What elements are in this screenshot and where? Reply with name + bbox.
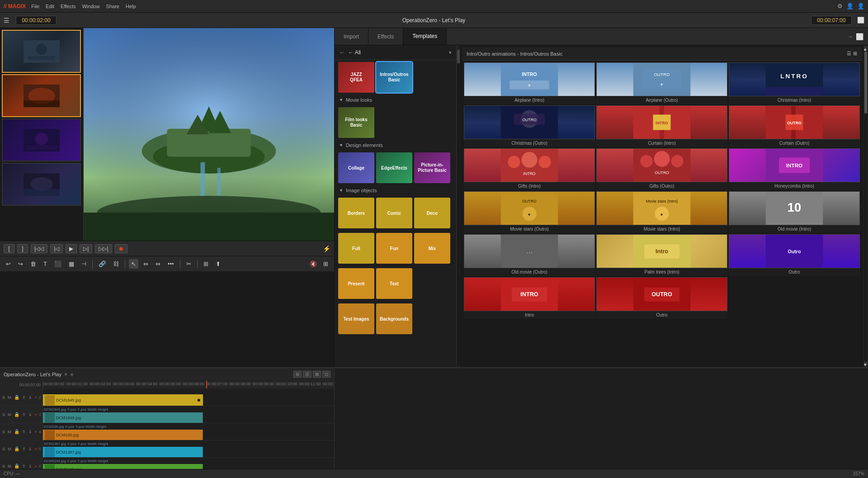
- track-5-close-btn[interactable]: ×: [34, 464, 38, 469]
- template-honeycombs-intro[interactable]: INTRO Honeycombs (Intro): [729, 148, 860, 190]
- tool-import[interactable]: ⊞: [201, 259, 211, 269]
- menu-file[interactable]: File: [31, 4, 39, 9]
- btn-prev-mark[interactable]: |◁: [50, 244, 63, 253]
- menu-edit[interactable]: Edit: [46, 4, 54, 9]
- template-palmtrees-intro[interactable]: Intro Palm trees (Intro): [596, 234, 727, 276]
- template-gifts-intro[interactable]: INTRO Gifts (Intro): [464, 148, 595, 190]
- nav-tile-mix[interactable]: Mix: [414, 233, 450, 264]
- track-2-s-btn[interactable]: S: [1, 412, 6, 417]
- tl-view-btn-3[interactable]: ⊠: [313, 371, 321, 378]
- scroll-thumb[interactable]: [864, 52, 867, 114]
- nav-tile-deco[interactable]: Deco: [414, 198, 450, 228]
- tool-mute[interactable]: 🔇: [307, 259, 319, 269]
- track-2-close-btn[interactable]: ×: [34, 412, 38, 417]
- nav-tile-backgrounds[interactable]: Backgrounds: [376, 303, 412, 334]
- tab-effects[interactable]: Effects: [368, 28, 403, 45]
- track-1-m-btn[interactable]: M: [7, 395, 12, 400]
- track-5-lock-icon[interactable]: 🔒: [13, 463, 20, 469]
- nav-tile-comic[interactable]: Comic: [376, 198, 412, 228]
- template-gifts-outro[interactable]: OUTRO Gifts (Outro): [596, 148, 727, 190]
- tool-export[interactable]: ⬆: [213, 259, 223, 269]
- track-1-clip[interactable]: DCM1845.jpg: [43, 394, 203, 406]
- nav-tile-pip[interactable]: Picture-in-Picture Basic: [414, 152, 450, 183]
- timecode-right[interactable]: 00:00:07:00: [811, 16, 852, 25]
- track-4-lock-icon[interactable]: 🔒: [13, 446, 20, 452]
- tool-group[interactable]: ▦: [66, 259, 76, 269]
- thumb-4[interactable]: [2, 163, 81, 206]
- timeline-close-btn[interactable]: ×: [64, 371, 67, 378]
- btn-play[interactable]: ▶: [66, 244, 77, 253]
- scroll-up-btn[interactable]: ▴: [864, 46, 868, 51]
- template-curtain-intro[interactable]: INTRO Curtain (Intro): [596, 105, 727, 147]
- track-1-down-btn[interactable]: ⇓: [28, 395, 33, 400]
- tool-split[interactable]: ⬛: [52, 259, 64, 269]
- track-3-close-btn[interactable]: ×: [34, 429, 38, 435]
- nav-tile-full[interactable]: Full: [338, 233, 374, 264]
- tool-marker[interactable]: T: [41, 259, 49, 269]
- section-design-elements[interactable]: ▼ Design elements: [335, 140, 456, 151]
- track-4-up-btn[interactable]: ⇑: [21, 446, 27, 452]
- thumb-3[interactable]: [2, 118, 81, 161]
- tl-view-btn-1[interactable]: ⊞: [293, 371, 302, 378]
- tool-zoom[interactable]: ⇔: [153, 259, 163, 269]
- tool-delete[interactable]: 🗑: [28, 259, 38, 269]
- template-christmas-intro[interactable]: LNTRO Christmas (Intro): [729, 62, 860, 104]
- timecode-left[interactable]: 00:00:02:00: [16, 16, 57, 25]
- track-4-down-btn[interactable]: ⇓: [28, 446, 33, 452]
- tool-trim[interactable]: ⊣: [79, 259, 89, 269]
- section-movie-looks[interactable]: ▼ Movie looks: [335, 95, 456, 105]
- panel-expand-btn[interactable]: ⬜: [855, 32, 864, 41]
- track-3-down-btn[interactable]: ⇓: [28, 429, 33, 435]
- nav-tile-intros-basic[interactable]: Intros/OutrosBasic: [376, 62, 412, 93]
- menu-share[interactable]: Share: [106, 4, 119, 9]
- track-4-clip[interactable]: DCM1387.jpg: [43, 447, 203, 457]
- back-btn[interactable]: ←: [339, 49, 345, 56]
- track-4-m-btn[interactable]: M: [7, 446, 12, 452]
- btn-to-start[interactable]: |◁◁: [31, 244, 47, 253]
- expand-btn[interactable]: ⬜: [857, 17, 864, 24]
- track-3-s-btn[interactable]: S: [1, 429, 6, 435]
- nav-tile-fun[interactable]: Fun: [376, 233, 412, 264]
- track-5-down-btn[interactable]: ⇓: [28, 464, 33, 469]
- nav-tile-film-looks[interactable]: Film looksBasic: [338, 107, 374, 138]
- track-3-lock-icon[interactable]: 🔒: [13, 429, 20, 435]
- tool-undo[interactable]: ↩: [4, 259, 13, 269]
- nav-tile-edge[interactable]: EdgeEffects: [376, 152, 412, 183]
- tool-more[interactable]: •••: [165, 259, 176, 269]
- tool-scissors[interactable]: ✂: [184, 259, 193, 269]
- menu-effects[interactable]: Effects: [61, 4, 75, 9]
- section-image-objects[interactable]: ▼ Image objects: [335, 185, 456, 196]
- panel-min-btn[interactable]: −: [848, 32, 853, 41]
- template-moviestars-intro[interactable]: Movie stars (Intro)★ Movie stars (Intro): [596, 191, 727, 233]
- menu-help[interactable]: Help: [126, 4, 136, 9]
- nav-tile-collage[interactable]: Collage: [338, 152, 374, 183]
- menu-icon[interactable]: ☰: [4, 17, 9, 24]
- btn-record[interactable]: ⏺: [115, 244, 127, 253]
- track-2-lock-icon[interactable]: 🔒: [13, 412, 20, 417]
- track-2-m-btn[interactable]: M: [7, 412, 12, 417]
- tool-move[interactable]: ⇔: [141, 259, 151, 269]
- track-5-s-btn[interactable]: S: [1, 464, 6, 469]
- user-icon[interactable]: 👤: [846, 3, 854, 9]
- tool-redo[interactable]: ↪: [16, 259, 25, 269]
- dropdown-btn[interactable]: ▾: [449, 50, 452, 56]
- nav-tile-borders[interactable]: Borders: [338, 198, 374, 228]
- menu-window[interactable]: Window: [82, 4, 99, 9]
- btn-to-end[interactable]: ▷▷|: [95, 244, 112, 253]
- thumb-1[interactable]: [2, 30, 81, 73]
- tool-columns[interactable]: ⊞: [321, 259, 330, 269]
- track-5-m-btn[interactable]: M: [7, 464, 12, 469]
- grid-tile-view[interactable]: ⊞: [853, 51, 857, 57]
- nav-tile-text[interactable]: Text: [376, 268, 412, 299]
- lightning-btn[interactable]: ⚡: [323, 245, 330, 252]
- track-1-close-btn[interactable]: ×: [34, 395, 38, 400]
- account-icon[interactable]: 👤: [857, 3, 864, 9]
- tool-link[interactable]: 🔗: [96, 259, 108, 269]
- track-4-s-btn[interactable]: S: [1, 446, 6, 452]
- track-1-up-btn[interactable]: ⇑: [21, 395, 27, 400]
- template-airplane-intro[interactable]: INTRO✈ Airplane (Intro): [464, 62, 595, 104]
- nav-tile-testimages[interactable]: Test Images: [338, 303, 374, 334]
- nav-tile-jazz[interactable]: JAZZQFEA: [338, 62, 374, 93]
- template-red-intro[interactable]: INTRO Intro: [464, 277, 595, 319]
- template-airplane-outro[interactable]: OUTRO✈ Airplane (Outro): [596, 62, 727, 104]
